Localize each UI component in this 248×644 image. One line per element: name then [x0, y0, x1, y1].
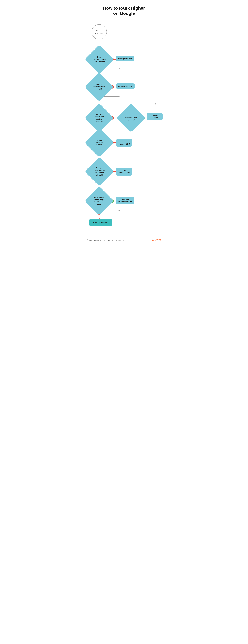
- terminal-label: Build backlinks: [93, 221, 108, 224]
- diamond3b-node: Dosearchers valuefreshness?: [120, 108, 141, 128]
- start-label: Choose a keyword: [95, 30, 103, 34]
- action1-node: Realign content: [116, 56, 134, 61]
- action2-label: Improve content: [118, 85, 132, 87]
- action6-label: Redirect and consolidate: [118, 198, 132, 203]
- terminal-node: Build backlinks: [89, 219, 112, 226]
- diamond4-label: Is youron-page SEOon point?: [91, 139, 107, 146]
- diamond2-node: Does itcover the topicin full?: [89, 76, 109, 97]
- action2-node: Improve content: [116, 84, 135, 89]
- diamond3b-label: Dosearchers valuefreshness?: [123, 114, 139, 121]
- action4-node: Improveon-page SEO: [116, 139, 133, 147]
- action5-node: Addinternal links: [116, 168, 133, 176]
- action3-node: Update content: [147, 113, 163, 120]
- diamond3-node: Have youupdated yourcontentrecently?: [89, 108, 109, 128]
- page: How to Rank Higher on Google ✓ ✕ ✓: [83, 0, 165, 248]
- action3-label: Update content: [152, 115, 158, 119]
- diamond6-node: Do you havesimilar pagesabout the sameth…: [89, 190, 109, 211]
- diamond1-node: Doesyour page matchsearch intent?: [89, 49, 109, 70]
- diamond4-node: Is youron-page SEOon point?: [89, 132, 109, 153]
- diamond2-label: Does itcover the topicin full?: [91, 84, 107, 90]
- flowchart: ✓ ✕ ✓ ✕ ✕: [85, 23, 163, 229]
- diamond6-label: Do you havesimilar pagesabout the sameth…: [91, 196, 107, 205]
- page-title: How to Rank Higher on Google: [85, 6, 163, 16]
- footer: © i https://ahrefs.com/blog/how-to-rank-…: [85, 236, 163, 242]
- info-icon: i: [89, 239, 92, 241]
- diamond5-label: Have youadded internallinks whererelevan…: [91, 167, 107, 176]
- action4-label: Improveon-page SEO: [118, 141, 130, 145]
- ahrefs-logo: ahrefs: [152, 238, 161, 242]
- diamond5-node: Have youadded internallinks whererelevan…: [89, 161, 109, 182]
- action5-label: Addinternal links: [119, 170, 130, 174]
- action1-label: Realign content: [118, 58, 132, 60]
- diamond1-label: Doesyour page matchsearch intent?: [91, 56, 107, 63]
- action6-node: Redirect and consolidate: [116, 197, 135, 204]
- footer-url: https://ahrefs.com/blog/how-to-rank-high…: [93, 239, 126, 241]
- start-node: Choose a keyword: [92, 24, 107, 40]
- cc-icon: ©: [87, 239, 88, 241]
- footer-left: © i https://ahrefs.com/blog/how-to-rank-…: [87, 239, 126, 241]
- diamond3-label: Have youupdated yourcontentrecently?: [91, 113, 107, 122]
